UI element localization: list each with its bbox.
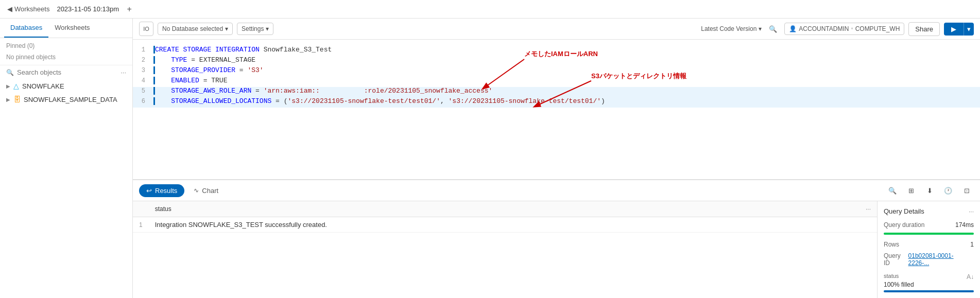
tree-item-sample-data[interactable]: ▶ 🗄 SNOWFLAKE_SAMPLE_DATA <box>0 93 132 106</box>
line-number-4: 4 <box>133 77 153 84</box>
line-number-6: 6 <box>133 97 153 105</box>
toolbar: IO No Database selected ▾ Settings ▾ Lat… <box>133 19 980 40</box>
row-number: 1 <box>133 217 149 233</box>
duration-row: Query duration 174ms <box>884 221 974 229</box>
duration-value: 174ms <box>955 221 974 229</box>
duration-progress-fill <box>884 233 974 235</box>
snowflake-icon: △ <box>13 82 19 90</box>
search-button[interactable]: 🔍 <box>766 22 780 36</box>
status-cell: Integration SNOWFLAKE_S3_TEST successful… <box>149 217 877 233</box>
query-details-more[interactable]: ··· <box>969 208 974 215</box>
add-icon: + <box>127 5 131 14</box>
column-more-icon[interactable]: ··· <box>866 205 871 213</box>
search-input[interactable] <box>17 68 117 76</box>
filled-progress-fill <box>884 290 974 292</box>
filled-progress-bg <box>884 290 974 292</box>
role-icon: 👤 <box>789 25 797 32</box>
query-details-panel: Query Details ··· Query duration 174ms <box>877 201 980 298</box>
pinned-label: Pinned (0) <box>0 38 132 51</box>
rows-label: Rows <box>884 241 899 248</box>
results-tabs: ↩ Results ∿ Chart <box>139 184 226 197</box>
db-selector[interactable]: No Database selected ▾ <box>158 23 233 35</box>
tab-title: 2023-11-05 10:13pm <box>57 5 119 13</box>
query-id-value[interactable]: 01b02081-0001-2226-... <box>908 252 974 267</box>
code-line-4: 4 ENABLED = TRUE <box>133 77 980 87</box>
results-content: status ··· 1 Integration SNOWFLAKE_S3_TE… <box>133 201 980 298</box>
results-arrow-icon: ↩ <box>146 187 152 195</box>
toolbar-left: IO No Database selected ▾ Settings ▾ <box>139 22 273 36</box>
filled-label: 100% filled <box>884 281 974 288</box>
tab-worksheets[interactable]: Worksheets <box>48 19 96 38</box>
settings-button[interactable]: Settings ▾ <box>237 23 273 35</box>
back-icon: ◀ <box>7 5 12 13</box>
back-button[interactable]: ◀ Worksheets <box>4 3 53 15</box>
duration-progress-bg <box>884 233 974 235</box>
chart-label: Chart <box>202 187 218 195</box>
download-button[interactable]: ⬇ <box>922 183 937 198</box>
io-button[interactable]: IO <box>139 22 153 36</box>
bottom-panel: ↩ Results ∿ Chart 🔍 ⊞ ⬇ <box>133 180 980 298</box>
tab-results[interactable]: ↩ Results <box>139 184 184 197</box>
db-dropdown-icon: ▾ <box>225 25 228 32</box>
line-content-3: STORAGE_PROVIDER = 'S3' <box>153 66 980 74</box>
tree-label-sample-data: SNOWFLAKE_SAMPLE_DATA <box>24 96 117 103</box>
settings-label: Settings <box>242 25 264 32</box>
sidebar-tabs: Databases Worksheets <box>0 19 132 38</box>
run-chevron-icon: ▾ <box>967 25 971 33</box>
line-number-5: 5 <box>133 87 153 95</box>
more-options-icon[interactable]: ··· <box>121 68 126 76</box>
results-icons: 🔍 ⊞ ⬇ 🕐 ⊡ <box>885 183 974 198</box>
results-table-area: status ··· 1 Integration SNOWFLAKE_S3_TE… <box>133 201 877 298</box>
chart-icon: ∿ <box>194 187 199 194</box>
run-button[interactable]: ▶ <box>944 23 964 36</box>
compute-label: COMPUTE_WH <box>855 25 900 32</box>
line-content-1: CREATE STORAGE INTEGRATION Snowflake_S3_… <box>153 46 980 54</box>
line-content-6: STORAGE_ALLOWED_LOCATIONS = ('s3://20231… <box>153 97 980 105</box>
code-line-1: 1 CREATE STORAGE INTEGRATION Snowflake_S… <box>133 46 980 56</box>
line-number-2: 2 <box>133 56 153 64</box>
version-dropdown-icon: ▾ <box>759 25 762 32</box>
toolbar-right: Latest Code Version ▾ 🔍 👤 ACCOUNTADMIN •… <box>701 22 974 36</box>
add-tab-button[interactable]: + <box>123 3 135 15</box>
line-content-4: ENABLED = TRUE <box>153 77 980 84</box>
query-details-header: Query Details ··· <box>884 207 974 215</box>
status-header-row: status A↓ <box>884 273 974 281</box>
query-id-row: Query ID 01b02081-0001-2226-... <box>884 252 974 267</box>
chevron-icon: ▶ <box>6 83 10 89</box>
history-button[interactable]: 🕐 <box>941 183 955 198</box>
rows-value: 1 <box>970 241 974 248</box>
rows-row: Rows 1 <box>884 241 974 248</box>
code-editor[interactable]: 1 CREATE STORAGE INTEGRATION Snowflake_S… <box>133 40 980 180</box>
version-selector[interactable]: Latest Code Version ▾ <box>701 25 762 32</box>
no-pinned-text: No pinned objects <box>0 51 132 65</box>
code-line-6: 6 STORAGE_ALLOWED_LOCATIONS = ('s3://202… <box>133 97 980 108</box>
columns-button[interactable]: ⊞ <box>904 183 918 198</box>
role-info: 👤 ACCOUNTADMIN • COMPUTE_WH <box>784 23 904 35</box>
database-icon: 🗄 <box>13 95 21 103</box>
table-row: 1 Integration SNOWFLAKE_S3_TEST successf… <box>133 217 877 233</box>
tab-databases[interactable]: Databases <box>4 19 48 38</box>
run-icon: ▶ <box>951 25 956 33</box>
settings-dropdown-icon: ▾ <box>266 25 269 32</box>
tree-item-snowflake[interactable]: ▶ △ SNOWFLAKE <box>0 79 132 93</box>
version-label: Latest Code Version <box>701 25 757 32</box>
share-button[interactable]: Share <box>908 22 940 36</box>
code-line-5: 5 STORAGE_AWS_ROLE_ARN = 'arn:aws:iam:: … <box>133 87 980 97</box>
search-icon: 🔍 <box>6 69 14 76</box>
chevron-icon-2: ▶ <box>6 97 10 102</box>
main-content: IO No Database selected ▾ Settings ▾ Lat… <box>133 19 980 298</box>
tree-label-snowflake: SNOWFLAKE <box>22 82 64 90</box>
tab-chart[interactable]: ∿ Chart <box>186 184 226 197</box>
separator: • <box>851 25 853 32</box>
split-button[interactable]: ⊡ <box>959 183 974 198</box>
search-results-button[interactable]: 🔍 <box>885 183 900 198</box>
row-num-header <box>133 201 149 217</box>
run-dropdown-button[interactable]: ▾ <box>964 23 974 36</box>
results-toolbar: ↩ Results ∿ Chart 🔍 ⊞ ⬇ <box>133 180 980 201</box>
db-selector-label: No Database selected <box>162 25 223 32</box>
line-number-1: 1 <box>133 46 153 54</box>
query-details-title: Query Details <box>884 207 924 215</box>
status-column-header: status ··· <box>149 201 877 217</box>
code-line-2: 2 TYPE = EXTERNAL_STAGE <box>133 56 980 66</box>
sort-icon[interactable]: A↓ <box>967 273 974 281</box>
